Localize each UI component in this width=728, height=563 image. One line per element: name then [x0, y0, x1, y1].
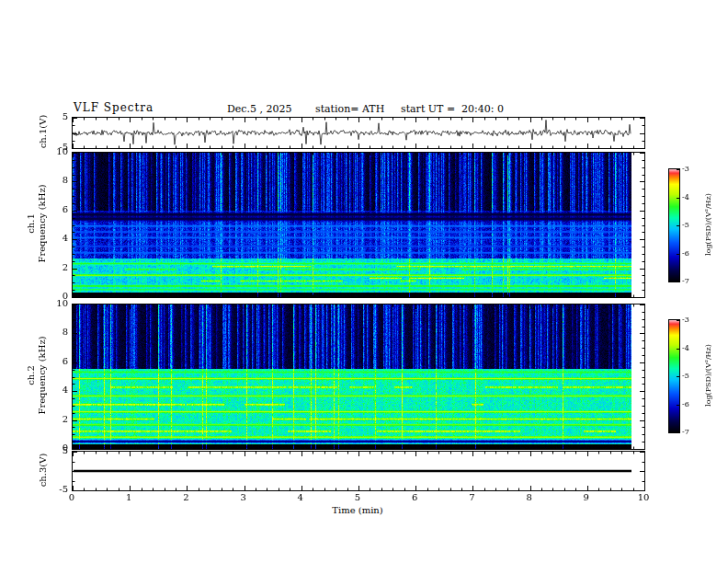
ch1-colorbar-tick-label: -5 [682, 221, 689, 229]
ch2-colorbar [668, 319, 680, 433]
ch2-colorbar-tick-label: -5 [682, 372, 689, 380]
x-tick-label: 10 [634, 492, 653, 503]
ch2-spec-y-tick-label: 4 [46, 385, 68, 396]
ch2-colorbar-tick-label: -3 [682, 316, 689, 324]
ch1-waveform-panel [72, 117, 645, 149]
ch1-spectrogram-y-axis-label: ch.1 Frequency (kHz) [26, 184, 47, 262]
ch2-colorbar-gradient [669, 320, 679, 432]
ch2-spectrogram-plot [73, 304, 644, 449]
x-tick-label: 6 [405, 492, 424, 503]
x-tick-label: 1 [119, 492, 138, 503]
ch1-colorbar-label: log(PSD)/(V²/Hz) [704, 193, 712, 256]
ch1-spec-y-tick-label: 6 [46, 204, 68, 215]
ch1-spec-y-tick-label: 4 [46, 233, 68, 244]
x-tick-label: 7 [462, 492, 481, 503]
x-tick-label: 9 [577, 492, 596, 503]
ch1-colorbar-tick-label: -3 [682, 165, 689, 173]
ch3-waveform-y-axis-label: ch.3(V) [38, 454, 49, 488]
ch2-spectrogram-panel [72, 304, 645, 450]
x-tick-label: 2 [176, 492, 195, 503]
x-tick-label: 5 [348, 492, 367, 503]
ch1-waveform-y-axis-label: ch.1(V) [38, 115, 49, 149]
ch1-colorbar-gradient [669, 169, 679, 282]
ch2-spectrogram-y-axis-label: ch.2 Frequency (kHz) [26, 336, 47, 414]
ch3-wave-y-tick-label: 5 [50, 445, 68, 456]
page-title: VLF Spectra [74, 101, 154, 114]
ch2-spec-y-tick-label: 6 [46, 356, 68, 367]
ch2-colorbar-tick-label: -4 [682, 344, 689, 352]
ch1-waveform-plot [73, 118, 644, 148]
ch2-spectrogram-y-axis-label-line2: Frequency (kHz) [36, 336, 47, 414]
ch1-wave-y-tick-label: -5 [50, 142, 68, 153]
ch2-spectrogram-y-axis-label-line1: ch.2 [26, 336, 37, 414]
station-label: station= ATH [315, 103, 384, 115]
ch1-spectrogram-plot [73, 153, 644, 297]
ch2-spec-y-tick-label: 10 [46, 298, 68, 309]
ch3-wave-y-tick-label: -5 [50, 484, 68, 495]
date-label: Dec.5 , 2025 [227, 103, 291, 115]
ch1-colorbar [668, 168, 680, 282]
ch2-spec-y-tick-label: 8 [46, 327, 68, 338]
ch1-spectrogram-y-axis-label-line2: Frequency (kHz) [36, 184, 47, 262]
ch1-colorbar-tick-label: -6 [682, 249, 689, 258]
x-axis-label: Time (min) [332, 505, 382, 515]
ch1-colorbar-tick-label: -7 [682, 277, 689, 285]
ch1-spectrogram-panel [72, 152, 645, 298]
ch1-spectrogram-y-axis-label-line1: ch.1 [26, 184, 37, 262]
x-tick-label: 4 [291, 492, 310, 503]
ch3-waveform-plot [73, 452, 644, 490]
ch3-waveform-panel [72, 451, 645, 491]
ch2-spec-y-tick-label: 2 [46, 414, 68, 425]
vlf-spectra-figure: VLF Spectra Dec.5 , 2025 station= ATH st… [0, 0, 728, 563]
ch1-spec-y-tick-label: 2 [46, 262, 68, 273]
ch1-spec-y-tick-label: 8 [46, 175, 68, 186]
x-tick-label: 3 [234, 492, 253, 503]
ch2-colorbar-label: log(PSD)/(V²/Hz) [704, 344, 712, 407]
ch2-colorbar-tick-label: -6 [682, 400, 689, 408]
start-ut-label: start UT = 20:40: 0 [401, 103, 504, 115]
x-tick-label: 8 [520, 492, 539, 503]
ch1-colorbar-tick-label: -4 [682, 193, 689, 201]
ch1-wave-y-tick-label: 5 [50, 111, 68, 122]
ch2-colorbar-tick-label: -7 [682, 428, 689, 436]
